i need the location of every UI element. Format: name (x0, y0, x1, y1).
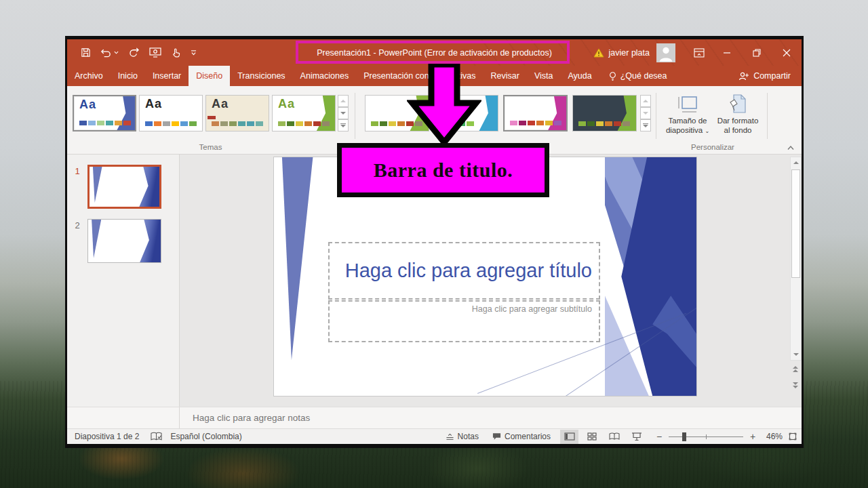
tab-insertar[interactable]: Insertar (145, 66, 189, 86)
tellme-label: ¿Qué desea (620, 71, 667, 81)
scroll-up-icon[interactable] (791, 157, 801, 168)
gallery-down-icon[interactable] (640, 107, 651, 119)
theme-thumbnail-aa-label: Aa (278, 97, 295, 111)
theme-thumbnail-accent-mark (208, 116, 216, 119)
view-slideshow-icon[interactable] (627, 430, 646, 444)
slide-thumbnail[interactable] (87, 219, 161, 263)
start-slideshow-icon[interactable] (149, 47, 161, 58)
gallery-up-icon[interactable] (338, 95, 349, 107)
view-reading-icon[interactable] (605, 430, 623, 444)
variant-thumbnail[interactable] (572, 95, 637, 131)
share-person-icon (738, 71, 749, 81)
share-label: Compartir (753, 71, 791, 81)
status-bar: Diapositiva 1 de 2 Español (Colombia) No… (67, 428, 802, 444)
close-button[interactable] (772, 39, 802, 66)
tab-ayuda[interactable]: Ayuda (561, 66, 599, 86)
next-slide-icon[interactable] (790, 380, 800, 390)
theme-thumbnail[interactable]: Aa (139, 95, 203, 131)
group-divider (355, 93, 355, 139)
themes-gallery-scroll (338, 95, 349, 131)
zoom-level[interactable]: 46% (762, 432, 783, 441)
restore-button[interactable] (742, 39, 772, 66)
slide-thumbnail-art (138, 220, 161, 262)
theme-thumbnail-swatches (212, 121, 263, 126)
spellcheck-icon[interactable] (151, 432, 162, 441)
slide-counter[interactable]: Diapositiva 1 de 2 (75, 432, 139, 441)
quick-access-toolbar (81, 47, 197, 58)
theme-thumbnail-aa-label: Aa (79, 98, 96, 112)
save-icon[interactable] (81, 47, 91, 58)
scrollbar-thumb[interactable] (791, 169, 800, 278)
slide-size-label: Tamaño de (669, 116, 707, 125)
theme-thumbnail-swatches (79, 121, 131, 125)
zoom-fit-icon[interactable] (788, 432, 797, 441)
tab-inicio[interactable]: Inicio (111, 66, 145, 86)
zoom-in-icon[interactable]: + (749, 431, 757, 442)
notes-toggle-icon (446, 433, 454, 441)
slide-thumbnail[interactable] (87, 165, 161, 209)
format-background-icon (729, 92, 747, 116)
subtitle-placeholder[interactable]: Haga clic para agregar subtítulo (328, 300, 600, 342)
gallery-up-icon[interactable] (640, 95, 651, 107)
zoom-out-icon[interactable]: − (655, 431, 663, 442)
slide-design-art (274, 157, 321, 396)
theme-thumbnail[interactable]: Aa (73, 95, 136, 131)
language-indicator[interactable]: Español (Colombia) (170, 432, 241, 441)
notes-placeholder[interactable]: Haga clic para agregar notas (193, 413, 310, 423)
subtitle-placeholder-text: Haga clic para agregar subtítulo (330, 302, 599, 314)
gallery-down-icon[interactable] (338, 107, 349, 119)
slide-size-button[interactable]: Tamaño de diapositiva ⌄ (663, 92, 713, 143)
view-normal-icon[interactable] (560, 430, 578, 444)
signed-in-user[interactable]: javier plata (609, 48, 650, 58)
comments-toggle[interactable]: Comentarios (492, 432, 551, 441)
undo-icon[interactable] (100, 48, 119, 58)
format-background-button[interactable]: Dar formato al fondo (713, 92, 763, 143)
redo-icon[interactable] (128, 47, 140, 58)
slide-number: 1 (67, 165, 87, 209)
touch-mode-icon[interactable] (171, 47, 181, 58)
notes-pane[interactable]: Haga clic para agregar notas (67, 407, 802, 428)
desktop: Presentación1 - PowerPoint (Error de act… (0, 0, 868, 488)
theme-thumbnail-swatches (145, 121, 197, 126)
notes-toggle-label: Notas (458, 432, 479, 441)
tab-revisar[interactable]: Revisar (484, 66, 527, 86)
slide-size-icon (677, 92, 698, 116)
gallery-more-icon[interactable] (640, 119, 651, 131)
customize-qat-icon[interactable] (191, 50, 197, 56)
gallery-more-icon[interactable] (338, 119, 349, 131)
theme-thumbnail[interactable]: Aa (272, 95, 336, 131)
slide-thumbnail-art (92, 167, 102, 203)
tab-diseno[interactable]: Diseño (189, 66, 230, 86)
notes-toggle[interactable]: Notas (446, 432, 479, 441)
avatar[interactable] (656, 43, 675, 62)
scroll-down-icon[interactable] (791, 349, 801, 360)
previous-slide-icon[interactable] (790, 364, 800, 374)
slide-panel-item: 2 (67, 219, 179, 263)
title-bar: Presentación1 - PowerPoint (Error de act… (67, 39, 802, 66)
ribbon-display-options-icon[interactable] (686, 39, 712, 66)
tellme-box[interactable]: ¿Qué desea (602, 66, 674, 86)
minimize-button[interactable] (712, 39, 742, 66)
tab-archivo[interactable]: Archivo (67, 66, 111, 86)
personalizar-group-label: Personalizar (663, 143, 763, 151)
collapse-ribbon-icon[interactable] (787, 145, 795, 150)
view-sorter-icon[interactable] (583, 430, 601, 444)
tab-animaciones[interactable]: Animaciones (293, 66, 357, 86)
zoom-slider[interactable] (669, 432, 743, 441)
tab-transiciones[interactable]: Transiciones (230, 66, 292, 86)
share-button[interactable]: Compartir (728, 66, 802, 86)
notes-pane-spacer (67, 407, 180, 428)
title-placeholder[interactable]: Haga clic para agregar título (328, 242, 600, 300)
theme-thumbnail-aa-label: Aa (212, 97, 229, 111)
zoom-slider-thumb[interactable] (682, 432, 686, 441)
title-bar-right: javier plata (593, 39, 802, 66)
slide-number: 2 (67, 219, 87, 263)
lightbulb-icon (609, 71, 616, 81)
activation-warning-icon (593, 48, 604, 58)
slide-thumbnail-art (90, 220, 101, 258)
format-background-label2: al fondo (724, 125, 752, 135)
vertical-scrollbar[interactable] (790, 157, 802, 361)
variant-thumbnail[interactable] (503, 95, 568, 131)
theme-thumbnail[interactable]: Aa (205, 95, 269, 131)
tab-vista[interactable]: Vista (527, 66, 561, 86)
